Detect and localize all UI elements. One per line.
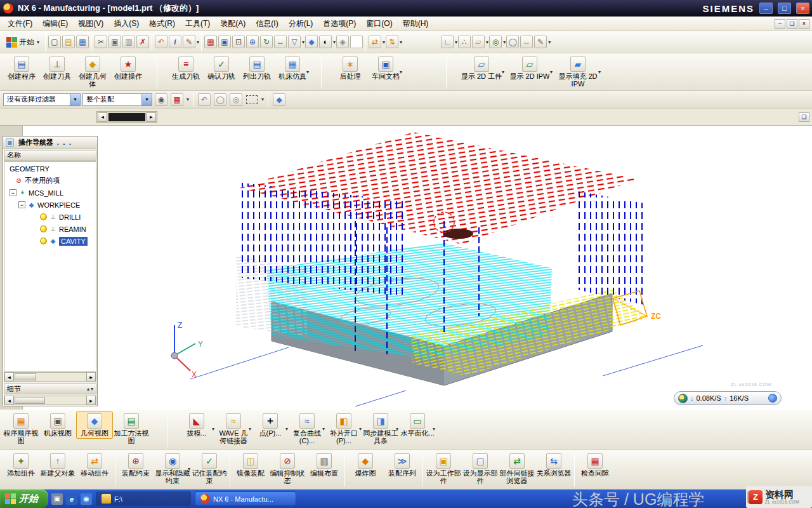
background-color-icon[interactable]: [350, 36, 363, 48]
selection-sphere-icon[interactable]: ◯: [506, 36, 519, 48]
assembly-sequence-button[interactable]: ≫装配序列: [384, 451, 421, 479]
shop-documentation-button[interactable]: ▣车间文档: [368, 55, 403, 82]
menu-tools[interactable]: 工具(T): [180, 17, 215, 31]
dropdown-arrow[interactable]: [433, 426, 435, 432]
copy-icon[interactable]: ▣: [108, 36, 121, 48]
collapse-icon[interactable]: [18, 201, 25, 208]
menu-window[interactable]: 窗口(O): [361, 17, 397, 31]
add-component-button[interactable]: +添加组件: [3, 451, 39, 479]
face-analysis-icon[interactable]: ◈: [336, 36, 349, 48]
combo-dropdown-icon[interactable]: [70, 94, 80, 105]
panel-resize-slider[interactable]: [96, 111, 157, 123]
dropdown-arrow[interactable]: [261, 97, 264, 102]
details-updown-icons[interactable]: ▴▾: [87, 386, 93, 392]
combo-dropdown-icon[interactable]: [141, 94, 152, 105]
datum-plane-icon[interactable]: ▱: [472, 36, 485, 48]
mirror-assembly-button[interactable]: ◫镜像装配: [232, 451, 269, 479]
dropdown-arrow[interactable]: [359, 426, 362, 432]
name-column-header[interactable]: 名称: [4, 150, 96, 161]
tree-row-mcs-mill[interactable]: +MCS_MILL: [4, 187, 96, 199]
machine-simulation-button[interactable]: ▦机床仿真: [275, 55, 310, 82]
measure-distance-icon[interactable]: ↔: [520, 36, 533, 48]
point-set-icon[interactable]: ∴: [458, 36, 471, 48]
synchronous-modeling-button[interactable]: ◨同步建模工具条: [362, 411, 399, 446]
maximize-button[interactable]: [778, 3, 791, 14]
fit-view-icon[interactable]: ↻: [260, 36, 273, 48]
tree-row-cavity[interactable]: ◆CAVITY: [4, 235, 96, 247]
relations-browser-button[interactable]: ⇆关系浏览器: [535, 451, 572, 479]
move-object-icon[interactable]: ⇄: [369, 36, 381, 48]
tree-row-unused-items[interactable]: ⊘不使用的项: [4, 175, 96, 187]
menu-help[interactable]: 帮助(H): [398, 17, 434, 31]
zoom-window-icon[interactable]: ⊡: [232, 36, 245, 48]
task-button-nx[interactable]: NX 6 - Manufactu...: [195, 491, 296, 506]
exploded-view-button[interactable]: ◆爆炸图: [347, 451, 384, 479]
slider-left-icon[interactable]: [98, 112, 107, 122]
patch-opening-button[interactable]: ◧补片开口(P)...: [325, 411, 362, 446]
mdi-close-button[interactable]: [799, 19, 809, 29]
annotation-icon[interactable]: ✎: [534, 36, 547, 48]
mdi-minimize-button[interactable]: [775, 19, 785, 29]
media-quick-icon[interactable]: ◉: [81, 493, 92, 505]
menu-view[interactable]: 视图(V): [73, 17, 108, 31]
dropdown-arrow[interactable]: [598, 69, 601, 75]
scroll-left-icon[interactable]: [4, 396, 14, 405]
zoom-in-out-icon[interactable]: ⊕: [246, 36, 259, 48]
snap-options-icon[interactable]: ◎: [230, 93, 242, 106]
csys-orientation-icon[interactable]: ∟: [441, 36, 454, 48]
orbit-icon[interactable]: ◯: [214, 93, 226, 106]
menu-edit[interactable]: 编辑(E): [37, 17, 73, 31]
menu-format[interactable]: 格式(R): [144, 17, 180, 31]
dropdown-arrow[interactable]: [212, 426, 214, 432]
tree-h-scrollbar[interactable]: [4, 372, 96, 382]
scroll-right-icon[interactable]: [86, 396, 96, 405]
dropdown-arrow[interactable]: [302, 39, 304, 45]
show-hide-icon[interactable]: ▦: [204, 36, 217, 48]
wave-geometry-linker-button[interactable]: ≈WAVE 几何链接器: [215, 411, 252, 446]
command-finder-icon[interactable]: i: [169, 36, 181, 48]
undo-selection-icon[interactable]: ↶: [198, 93, 211, 106]
shaded-view-icon[interactable]: ◆: [305, 36, 318, 48]
delete-icon[interactable]: ✗: [136, 36, 149, 48]
make-work-part-button[interactable]: ▣设为工作部件: [425, 451, 462, 486]
cut-icon[interactable]: ✂: [95, 36, 107, 48]
create-tool-button[interactable]: ⊥创建刀具: [39, 55, 75, 82]
dropdown-arrow[interactable]: [400, 39, 402, 45]
shaded-display-icon[interactable]: ◆: [273, 93, 285, 106]
desktop-quick-icon[interactable]: ▣: [51, 493, 63, 505]
create-program-button[interactable]: ▤创建程序: [4, 55, 39, 82]
draft-button[interactable]: ◣拔模...: [178, 411, 215, 439]
browser-quick-icon[interactable]: e: [66, 493, 77, 505]
selection-scope-combo[interactable]: 整个装配: [82, 93, 152, 106]
dropdown-arrow[interactable]: [197, 39, 199, 45]
machine-tool-view-button[interactable]: ▣机床视图: [39, 411, 76, 439]
dropdown-arrow[interactable]: [322, 426, 325, 432]
generate-toolpath-button[interactable]: ≡生成刀轨: [168, 55, 204, 82]
remember-constraints-button[interactable]: ✓记住装配约束: [191, 451, 228, 486]
menu-file[interactable]: 文件(F): [3, 17, 37, 31]
menu-preferences[interactable]: 首选项(P): [318, 17, 361, 31]
selection-filter-combo[interactable]: 没有选择过滤器: [3, 93, 81, 106]
tree-row-workpiece[interactable]: ◆WORKPIECE: [4, 199, 96, 211]
save-icon[interactable]: ▦: [76, 36, 89, 48]
edit-suppression-button[interactable]: ⊘编辑抑制状态: [269, 451, 306, 486]
windows-start-button[interactable]: 开始: [0, 490, 48, 508]
dropdown-arrow[interactable]: [503, 39, 506, 45]
highlight-selection-icon[interactable]: ◉: [155, 93, 167, 106]
dropdown-arrow[interactable]: [249, 426, 251, 432]
dropdown-arrow[interactable]: [187, 97, 189, 102]
create-operation-button[interactable]: ★创建操作: [110, 55, 146, 82]
scroll-left-icon[interactable]: [4, 372, 14, 382]
composite-curve-button[interactable]: ≈复合曲线(C)...: [289, 411, 325, 446]
paste-icon[interactable]: ▥: [122, 36, 135, 48]
move-component-button[interactable]: ⇄移动组件: [76, 451, 113, 479]
tree-row-geometry[interactable]: GEOMETRY: [4, 163, 96, 175]
restore-pane-icon[interactable]: [799, 112, 809, 122]
tree-row-drilling[interactable]: ⊥DRILLI: [4, 211, 96, 223]
dropdown-arrow[interactable]: [548, 39, 551, 45]
undo-icon[interactable]: ↶: [155, 36, 167, 48]
machining-method-view-button[interactable]: ▤加工方法视图: [113, 411, 150, 446]
create-geometry-button[interactable]: ◆创建几何体: [75, 55, 110, 90]
dropdown-arrow[interactable]: [455, 39, 457, 45]
program-order-view-button[interactable]: ▦程序顺序视图: [3, 411, 39, 446]
